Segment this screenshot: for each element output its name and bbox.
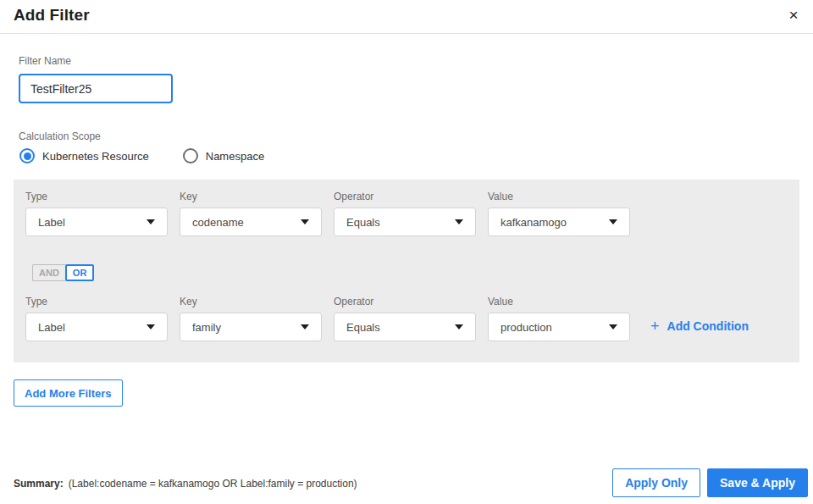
chevron-down-icon (455, 219, 463, 224)
key-column-label: Key (180, 191, 197, 202)
chevron-down-icon (609, 324, 617, 330)
operator-dropdown-row2[interactable]: Equals (334, 313, 476, 341)
page-title: Add Filter (14, 6, 90, 25)
value-column-label: Value (488, 296, 513, 307)
summary-label: Summary: (14, 478, 64, 490)
value-column-label: Value (488, 191, 513, 202)
plus-icon: + (650, 318, 660, 334)
add-condition-label: Add Condition (667, 319, 749, 333)
footer-buttons: Apply Only Save & Apply (612, 468, 808, 497)
conditions-panel: Type Key Operator Value Label codename E… (14, 180, 799, 363)
radio-label: Kubernetes Resource (42, 150, 149, 163)
add-condition-button[interactable]: + Add Condition (650, 318, 749, 334)
dropdown-value: Label (38, 216, 65, 229)
logic-toggle: AND OR (32, 264, 94, 281)
key-dropdown-row2[interactable]: family (180, 313, 322, 341)
operator-column-label: Operator (334, 296, 373, 307)
summary: Summary: (Label:codename = kafkanamogo O… (14, 478, 357, 490)
key-dropdown-row1[interactable]: codename (180, 208, 322, 236)
key-column-label: Key (180, 296, 197, 307)
dropdown-value: kafkanamogo (501, 216, 567, 229)
radio-selected-icon (19, 148, 35, 163)
dropdown-value: Label (38, 321, 65, 334)
value-dropdown-row1[interactable]: kafkanamogo (488, 208, 630, 236)
value-dropdown-row2[interactable]: production (488, 313, 630, 341)
type-dropdown-row2[interactable]: Label (25, 313, 168, 341)
dropdown-value: production (501, 321, 552, 334)
chevron-down-icon (301, 324, 309, 330)
radio-kubernetes-resource[interactable]: Kubernetes Resource (19, 148, 149, 163)
operator-dropdown-row1[interactable]: Equals (334, 208, 476, 236)
calculation-scope-label: Calculation Scope (19, 130, 101, 142)
chevron-down-icon (301, 219, 309, 224)
chevron-down-icon (455, 324, 463, 330)
filter-name-label: Filter Name (19, 55, 71, 67)
operator-column-label: Operator (334, 191, 373, 202)
logic-and-button[interactable]: AND (32, 264, 65, 281)
type-dropdown-row1[interactable]: Label (25, 208, 168, 236)
radio-namespace[interactable]: Namespace (183, 148, 264, 163)
radio-label: Namespace (206, 150, 264, 163)
chevron-down-icon (147, 219, 155, 224)
summary-text: (Label:codename = kafkanamogo OR Label:f… (69, 478, 357, 490)
filter-name-input[interactable] (19, 74, 173, 103)
chevron-down-icon (147, 324, 155, 330)
dropdown-value: family (192, 321, 221, 334)
logic-or-button[interactable]: OR (65, 264, 95, 281)
type-column-label: Type (25, 191, 47, 202)
calculation-scope-options: Kubernetes Resource Namespace (19, 148, 264, 163)
dropdown-value: Equals (346, 216, 380, 229)
chevron-down-icon (609, 219, 617, 224)
dialog-header: Add Filter × (0, 0, 813, 34)
apply-only-button[interactable]: Apply Only (612, 468, 700, 497)
close-icon[interactable]: × (782, 3, 805, 27)
type-column-label: Type (25, 296, 47, 307)
add-more-filters-button[interactable]: Add More Filters (14, 379, 123, 407)
dropdown-value: Equals (346, 321, 380, 334)
save-and-apply-button[interactable]: Save & Apply (707, 468, 808, 497)
dropdown-value: codename (192, 216, 244, 229)
radio-unselected-icon (183, 148, 198, 163)
